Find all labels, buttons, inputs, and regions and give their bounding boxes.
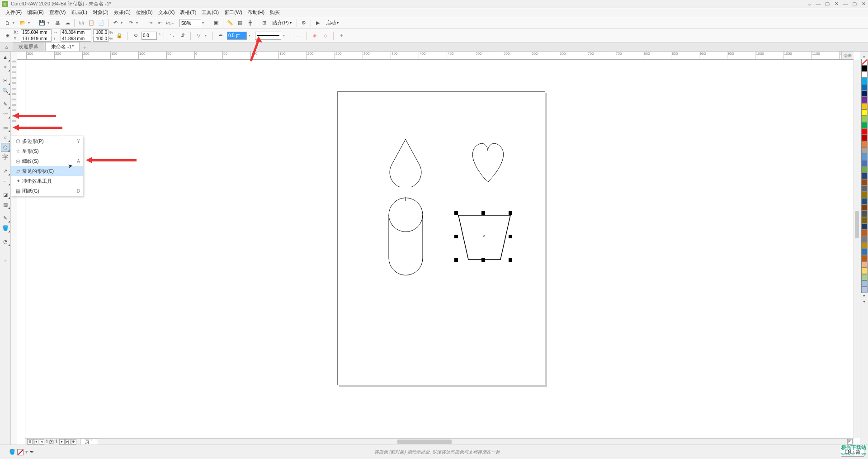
dropshadow-tool-icon[interactable]: ◪ [1, 190, 10, 199]
zoom-dd[interactable]: ▾ [202, 21, 207, 25]
pick-tool-icon[interactable]: ▲ [1, 52, 10, 62]
export-icon[interactable]: ⇤ [156, 19, 165, 28]
page-first-button[interactable]: |◂ [33, 439, 38, 445]
tab-add-button[interactable]: ＋ [80, 44, 89, 51]
page-next-button[interactable]: ▸ [59, 439, 65, 445]
zoom-input[interactable] [179, 19, 201, 27]
outline-pen-icon[interactable]: ✒ [216, 31, 225, 40]
rotation-input[interactable] [142, 32, 157, 40]
flip-v-icon[interactable]: ⇵ [178, 31, 187, 40]
shape-tool-icon[interactable]: ✧ [1, 62, 10, 71]
snap-icon[interactable]: ⊞ [259, 19, 269, 28]
h-input[interactable] [61, 36, 91, 42]
color-swatch[interactable] [861, 84, 868, 90]
close-button[interactable]: ✕ [859, 1, 868, 7]
color-swatch[interactable] [861, 268, 868, 274]
color-swatch[interactable] [861, 65, 868, 71]
options-icon[interactable]: ⚙ [299, 19, 308, 28]
menu-help[interactable]: 帮助(H) [245, 9, 267, 16]
copy-icon[interactable]: ⿻ [77, 19, 86, 28]
color-swatch[interactable] [861, 192, 868, 198]
menu-table[interactable]: 表格(T) [177, 9, 199, 16]
color-swatch[interactable] [861, 179, 868, 185]
ruler-horizontal[interactable]: 1450140013501300125012001150110010501000… [17, 52, 854, 60]
dock-handle[interactable] [12, 71, 16, 73]
minimize-sub-button[interactable]: — [814, 1, 823, 7]
color-swatch[interactable] [861, 242, 868, 249]
menu-window[interactable]: 窗口(W) [222, 9, 245, 16]
pdf-icon[interactable]: PDF [165, 19, 175, 28]
sel-handle-bl[interactable] [454, 258, 458, 262]
color-swatch[interactable] [861, 236, 868, 242]
open-dd[interactable]: ▾ [28, 21, 33, 25]
launch-button[interactable]: 启动▾ [323, 19, 341, 28]
cylinder-shape[interactable] [387, 196, 425, 277]
restore-sub-button[interactable]: ▢ [823, 1, 832, 7]
dock-handle[interactable] [12, 61, 16, 62]
color-swatch[interactable] [861, 223, 868, 230]
color-swatch[interactable] [861, 204, 868, 211]
color-swatch[interactable] [861, 128, 868, 135]
tab-document[interactable]: 未命名 -1* [45, 42, 80, 51]
dock-handle[interactable] [12, 66, 16, 68]
menu-view[interactable]: 查看(V) [47, 9, 69, 16]
color-swatch[interactable] [861, 147, 868, 154]
order-back-icon[interactable]: ◇ [321, 31, 330, 40]
color-swatch[interactable] [861, 280, 868, 287]
sel-handle-tl[interactable] [454, 211, 458, 215]
import-icon[interactable]: ⇥ [146, 19, 155, 28]
cloud-icon[interactable]: ☁ [63, 19, 72, 28]
caret-down-icon[interactable]: ⌄ [805, 1, 814, 7]
zoom-tool-icon[interactable]: 🔍 [1, 86, 10, 95]
toolbox-add-icon[interactable]: ＋ [1, 256, 10, 265]
heart-shape[interactable] [467, 139, 509, 185]
snap-button[interactable]: 贴齐(P)▾ [269, 19, 294, 28]
polygon-tool-icon[interactable]: ⬠ [1, 143, 10, 152]
current-fill-swatch[interactable] [17, 449, 24, 455]
outline-tool-icon[interactable]: ◔ [1, 237, 10, 246]
dock-handle[interactable] [12, 99, 16, 100]
menu-tools[interactable]: 工具(O) [199, 9, 222, 16]
color-swatch[interactable] [861, 90, 868, 97]
teardrop-shape[interactable] [387, 137, 424, 187]
ellipse-tool-icon[interactable]: ○ [1, 133, 10, 142]
shape-dd[interactable]: ▾ [205, 33, 209, 38]
menu-layout[interactable]: 布局(L) [68, 9, 90, 16]
color-swatch[interactable] [861, 97, 868, 103]
color-swatch[interactable] [861, 274, 868, 280]
dock-handle[interactable] [12, 120, 16, 122]
launch-icon[interactable]: ▶ [313, 19, 322, 28]
dimension-tool-icon[interactable]: ↗ [1, 166, 10, 175]
freehand-tool-icon[interactable]: ✎ [1, 99, 10, 109]
transparency-tool-icon[interactable]: ▨ [1, 200, 10, 209]
wrap-icon[interactable]: ≡ [294, 31, 303, 40]
rectangle-tool-icon[interactable]: ▭ [1, 123, 10, 132]
redo-icon[interactable]: ↷ [126, 19, 135, 28]
artistic-media-icon[interactable]: 〰 [1, 109, 10, 118]
dock-handle[interactable] [12, 93, 16, 95]
menu-bitmap[interactable]: 位图(B) [133, 9, 156, 16]
page-prev-button[interactable]: ◂ [39, 439, 44, 445]
color-swatch[interactable] [861, 287, 868, 293]
paste-icon[interactable]: 📋 [87, 19, 96, 28]
menu-edit[interactable]: 编辑(E) [24, 9, 47, 16]
guide-icon[interactable]: ╋ [245, 19, 255, 28]
flyout-impact[interactable]: ✦冲击效果工具 [11, 176, 83, 186]
save-icon[interactable]: 💾 [38, 19, 47, 28]
color-swatch[interactable] [861, 198, 868, 204]
color-swatch[interactable] [861, 217, 868, 223]
palette-down-icon[interactable]: ▾ [863, 293, 865, 298]
sel-handle-ml[interactable] [454, 235, 458, 238]
flyout-polygon[interactable]: ⬠多边形(P)Y [11, 136, 83, 146]
color-swatch[interactable] [861, 249, 868, 255]
home-icon[interactable]: ⌂ [3, 43, 10, 51]
add-icon[interactable]: ＋ [337, 31, 346, 40]
color-swatch[interactable] [861, 141, 868, 147]
text-tool-icon[interactable]: 字 [1, 153, 10, 162]
y-input[interactable] [21, 36, 52, 42]
sx-input[interactable] [93, 29, 108, 35]
scrollbar-horizontal[interactable] [98, 439, 846, 445]
redo-dd[interactable]: ▾ [136, 21, 141, 25]
menu-buy[interactable]: 购买 [267, 9, 283, 16]
save-dd[interactable]: ▾ [47, 21, 52, 25]
